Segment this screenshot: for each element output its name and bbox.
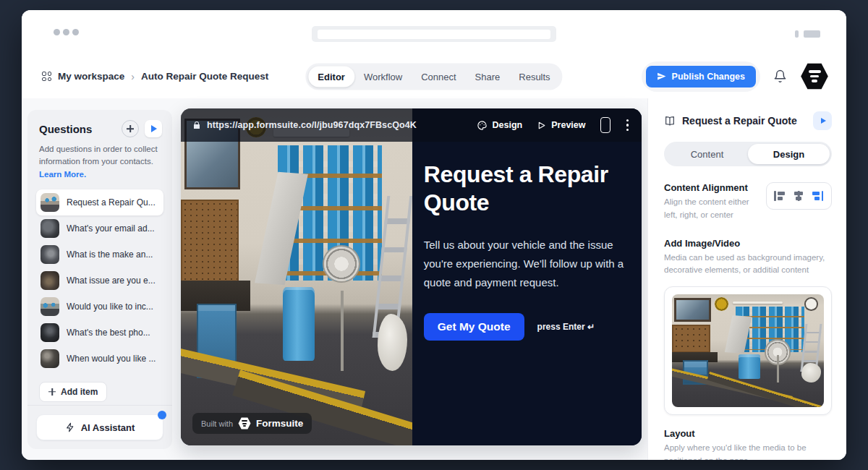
tab-share[interactable]: Share: [466, 66, 510, 87]
desktop-background: My workspace › Auto Repair Quote Request…: [0, 0, 868, 470]
question-thumbnail: [41, 349, 59, 368]
account-avatar[interactable]: [800, 63, 829, 90]
get-my-quote-button[interactable]: Get My Quote: [424, 313, 524, 341]
browser-chrome: [22, 10, 846, 54]
question-list-item[interactable]: When would you like ...: [36, 346, 163, 372]
play-icon: [821, 118, 826, 124]
mobile-view-button[interactable]: [600, 117, 610, 133]
design-button[interactable]: Design: [477, 120, 523, 131]
more-options-button[interactable]: [625, 118, 631, 133]
form-preview: Request a Repair Quote Tell us about you…: [181, 108, 642, 445]
content-area: Questions Add questions in order to coll…: [22, 98, 846, 460]
content-alignment-description: Align the content either left, right, or…: [664, 196, 759, 222]
question-thumbnail: [41, 297, 59, 316]
settings-panel: Request a Repair Quote Content Design Co…: [647, 98, 846, 460]
browser-address-bar[interactable]: [312, 26, 556, 42]
browser-window: My workspace › Auto Repair Quote Request…: [22, 10, 846, 460]
question-thumbnail: [41, 323, 59, 342]
question-thumbnail: [41, 219, 59, 238]
window-control-buttons[interactable]: [795, 30, 820, 38]
breadcrumb: My workspace › Auto Repair Quote Request: [42, 54, 268, 98]
question-list-item[interactable]: What's the best pho...: [36, 320, 163, 346]
preview-url-bar[interactable]: https://app.formsuite.co/l/jbu967dqx7FBs…: [192, 120, 417, 130]
question-list-item[interactable]: Would you like to inc...: [36, 294, 163, 320]
media-card[interactable]: [664, 286, 832, 415]
form-title: Request a Repair Quote: [424, 161, 635, 217]
question-list-item[interactable]: What issue are you e...: [36, 268, 163, 294]
press-enter-hint: press Enter ↵: [537, 322, 595, 332]
questions-panel-title: Questions: [39, 123, 92, 135]
add-item-button[interactable]: Add item: [39, 382, 107, 402]
form-hero-panel: Request a Repair Quote Tell us about you…: [412, 108, 642, 445]
question-list-item[interactable]: What is the make an...: [36, 242, 163, 268]
question-thumbnail: [41, 193, 59, 212]
tab-design[interactable]: Design: [748, 144, 830, 164]
publish-button-container: Publish Changes: [642, 61, 760, 92]
question-thumbnail: [41, 245, 59, 264]
layout-description: Apply where you'd like the media to be p…: [664, 442, 823, 460]
questions-panel-description: Add questions in order to collect inform…: [39, 145, 158, 166]
formsuite-brand-label: Formsuite: [256, 418, 303, 429]
questions-panel: Questions Add questions in order to coll…: [27, 110, 172, 449]
layout-title: Layout: [664, 428, 832, 439]
preview-form-button[interactable]: [145, 120, 162, 137]
align-center-button[interactable]: [794, 191, 803, 201]
app-header: My workspace › Auto Repair Quote Request…: [22, 54, 846, 99]
form-description: Tell us about your vehicle and the issue…: [424, 236, 632, 291]
add-question-button[interactable]: [122, 120, 139, 137]
align-right-button[interactable]: [812, 191, 823, 201]
workspace-grid-icon: [42, 72, 51, 81]
lightning-bolt-icon: [65, 422, 75, 432]
formsuite-logo-icon: [238, 417, 251, 430]
paper-plane-icon: [657, 72, 666, 81]
question-thumbnail: [41, 271, 59, 290]
built-with-badge[interactable]: Built with Formsuite: [192, 413, 312, 434]
garage-thumbnail: [672, 294, 824, 407]
question-list-item[interactable]: Request a Repair Qu...: [36, 189, 163, 215]
content-design-tabs: Content Design: [664, 142, 832, 166]
preview-toolbar: https://app.formsuite.co/l/jbu967dqx7FBs…: [181, 108, 642, 142]
notification-dot: [158, 411, 166, 419]
breadcrumb-separator-icon: ›: [131, 71, 135, 82]
palette-icon: [477, 120, 488, 131]
content-alignment-title: Content Alignment: [664, 182, 759, 193]
book-icon: [664, 115, 676, 127]
settings-panel-title: Request a Repair Quote: [682, 115, 797, 127]
plus-icon: [48, 388, 56, 396]
window-traffic-lights[interactable]: [54, 29, 79, 35]
garage-photo: [181, 108, 412, 445]
publish-changes-button[interactable]: Publish Changes: [646, 66, 756, 87]
question-list: Request a Repair Qu... What's your email…: [36, 189, 163, 372]
ai-assistant-button[interactable]: AI Assistant: [36, 414, 163, 440]
alignment-options: [766, 182, 832, 210]
tab-editor[interactable]: Editor: [308, 66, 354, 87]
play-outline-icon: [537, 121, 546, 130]
settings-preview-button[interactable]: [813, 111, 832, 130]
tab-content[interactable]: Content: [666, 144, 748, 164]
tab-connect[interactable]: Connect: [412, 66, 465, 87]
learn-more-link[interactable]: Learn More.: [39, 170, 86, 179]
add-image-video-description: Media can be used as background imagery,…: [664, 252, 832, 278]
add-image-video-title: Add Image/Video: [664, 238, 832, 249]
preview-button[interactable]: Preview: [537, 120, 585, 130]
built-with-label: Built with: [201, 419, 233, 428]
phone-icon: [600, 117, 610, 133]
breadcrumb-workspace[interactable]: My workspace: [58, 71, 124, 82]
lock-icon: [192, 121, 201, 129]
publish-changes-label: Publish Changes: [672, 72, 745, 82]
question-list-item[interactable]: What's your email ad...: [36, 215, 163, 242]
header-tab-bar: Editor Workflow Connect Share Results: [305, 63, 562, 90]
header-actions: Publish Changes: [642, 54, 829, 98]
breadcrumb-page[interactable]: Auto Repair Quote Request: [141, 71, 268, 82]
notifications-bell-icon[interactable]: [773, 69, 787, 83]
align-left-button[interactable]: [774, 191, 785, 201]
play-icon: [151, 125, 157, 132]
preview-url: https://app.formsuite.co/l/jbu967dqx7FBs…: [207, 120, 417, 130]
tab-results[interactable]: Results: [509, 66, 559, 87]
tab-workflow[interactable]: Workflow: [354, 66, 412, 87]
